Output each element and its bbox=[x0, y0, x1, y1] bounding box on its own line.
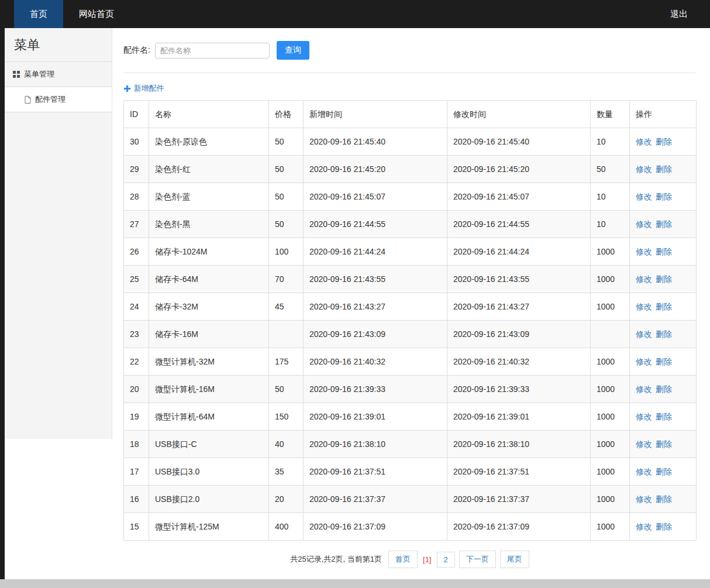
cell-id: 15 bbox=[124, 513, 149, 541]
cell-modified: 2020-09-16 21:40:32 bbox=[447, 348, 591, 376]
add-part-label: 新增配件 bbox=[134, 83, 164, 94]
cell-actions: 修改删除 bbox=[630, 348, 697, 376]
cell-modified: 2020-09-16 21:37:09 bbox=[447, 513, 591, 541]
edit-link[interactable]: 修改 bbox=[636, 439, 652, 449]
sidebar-group-menu-management[interactable]: 菜单管理 bbox=[5, 62, 112, 87]
cell-qty: 1000 bbox=[591, 348, 630, 376]
nav-spacer bbox=[130, 0, 648, 28]
edit-link[interactable]: 修改 bbox=[636, 467, 652, 476]
delete-link[interactable]: 删除 bbox=[656, 137, 672, 146]
delete-link[interactable]: 删除 bbox=[656, 384, 672, 394]
page-last-button[interactable]: 尾页 bbox=[500, 551, 529, 568]
cell-price bbox=[269, 321, 304, 348]
page-first-button[interactable]: 首页 bbox=[388, 551, 418, 568]
edit-link[interactable]: 修改 bbox=[636, 357, 652, 366]
nav-item-site-home-label: 网站首页 bbox=[79, 9, 114, 20]
sidebar-item-label: 配件管理 bbox=[35, 94, 66, 105]
cell-price: 45 bbox=[269, 293, 304, 321]
cell-id: 30 bbox=[124, 128, 149, 156]
cell-qty: 1000 bbox=[591, 403, 630, 431]
cell-actions: 修改删除 bbox=[630, 238, 697, 266]
cell-name: USB接口-C bbox=[149, 431, 269, 458]
edit-link[interactable]: 修改 bbox=[636, 412, 652, 421]
cell-actions: 修改删除 bbox=[630, 183, 697, 211]
cell-id: 22 bbox=[124, 348, 149, 376]
cell-created: 2020-09-16 21:45:40 bbox=[304, 128, 447, 156]
page-current-label: [1] bbox=[422, 555, 432, 564]
cell-qty bbox=[591, 321, 630, 348]
page-next-button[interactable]: 下一页 bbox=[459, 551, 496, 568]
search-button[interactable]: 查询 bbox=[277, 41, 309, 60]
cell-name: 储存卡-32M bbox=[149, 293, 269, 321]
sidebar-title: 菜单 bbox=[5, 28, 112, 62]
cell-price: 35 bbox=[269, 458, 304, 486]
table-row: 29染色剂-红502020-09-16 21:45:202020-09-16 2… bbox=[124, 156, 697, 183]
cell-actions: 修改删除 bbox=[630, 266, 697, 293]
table-row: 28染色剂-蓝502020-09-16 21:45:072020-09-16 2… bbox=[124, 183, 697, 211]
delete-link[interactable]: 删除 bbox=[656, 164, 672, 174]
cell-modified: 2020-09-16 21:45:07 bbox=[447, 183, 591, 211]
cell-modified: 2020-09-16 21:43:27 bbox=[447, 293, 591, 321]
table-row: 26储存卡-1024M1002020-09-16 21:44:242020-09… bbox=[124, 238, 697, 266]
header-created: 新增时间 bbox=[304, 101, 447, 128]
delete-link[interactable]: 删除 bbox=[656, 192, 672, 201]
nav-item-home[interactable]: 首页 bbox=[14, 0, 63, 28]
nav-item-site-home[interactable]: 网站首页 bbox=[63, 0, 130, 28]
table-row: 30染色剂-原谅色502020-09-16 21:45:402020-09-16… bbox=[124, 128, 697, 156]
cell-modified: 2020-09-16 21:39:33 bbox=[447, 376, 591, 403]
edit-link[interactable]: 修改 bbox=[636, 329, 652, 339]
delete-link[interactable]: 删除 bbox=[656, 494, 672, 504]
cell-modified: 2020-09-16 21:45:20 bbox=[447, 156, 591, 183]
edit-link[interactable]: 修改 bbox=[636, 274, 652, 284]
logout-button[interactable]: 退出 bbox=[648, 0, 710, 28]
delete-link[interactable]: 删除 bbox=[656, 302, 672, 311]
cell-modified: 2020-09-16 21:39:01 bbox=[447, 403, 591, 431]
edit-link[interactable]: 修改 bbox=[636, 192, 652, 201]
cell-qty: 1000 bbox=[591, 376, 630, 403]
cell-name: 储存卡-16M bbox=[149, 321, 269, 348]
cell-actions: 修改删除 bbox=[630, 513, 697, 541]
cell-price: 50 bbox=[269, 156, 304, 183]
delete-link[interactable]: 删除 bbox=[656, 219, 672, 229]
add-part-link[interactable]: ✚ 新增配件 bbox=[123, 83, 164, 94]
delete-link[interactable]: 删除 bbox=[656, 357, 672, 366]
delete-link[interactable]: 删除 bbox=[656, 467, 672, 476]
sidebar-item-parts-management[interactable]: 配件管理 bbox=[5, 87, 112, 112]
cell-modified: 2020-09-16 21:45:40 bbox=[447, 128, 591, 156]
cell-price: 70 bbox=[269, 266, 304, 293]
edit-link[interactable]: 修改 bbox=[636, 247, 652, 256]
cell-name: 储存卡-64M bbox=[149, 266, 269, 293]
cell-id: 27 bbox=[124, 211, 149, 238]
left-edge-strip bbox=[0, 28, 5, 579]
cell-price: 50 bbox=[269, 211, 304, 238]
edit-link[interactable]: 修改 bbox=[636, 302, 652, 311]
cell-actions: 修改删除 bbox=[630, 486, 697, 513]
cell-modified: 2020-09-16 21:38:10 bbox=[447, 431, 591, 458]
cell-actions: 修改删除 bbox=[630, 376, 697, 403]
table-row: 24储存卡-32M452020-09-16 21:43:272020-09-16… bbox=[124, 293, 697, 321]
edit-link[interactable]: 修改 bbox=[636, 164, 652, 174]
edit-link[interactable]: 修改 bbox=[636, 137, 652, 146]
delete-link[interactable]: 删除 bbox=[656, 522, 672, 531]
delete-link[interactable]: 删除 bbox=[656, 412, 672, 421]
edit-link[interactable]: 修改 bbox=[636, 494, 652, 504]
table-row: 23储存卡-16M2020-09-16 21:43:092020-09-16 2… bbox=[124, 321, 697, 348]
table-row: 20微型计算机-16M502020-09-16 21:39:332020-09-… bbox=[124, 376, 697, 403]
page-2-button[interactable]: 2 bbox=[437, 552, 455, 568]
edit-link[interactable]: 修改 bbox=[636, 384, 652, 394]
cell-actions: 修改删除 bbox=[630, 458, 697, 486]
delete-link[interactable]: 删除 bbox=[656, 329, 672, 339]
cell-qty: 10 bbox=[591, 183, 630, 211]
delete-link[interactable]: 删除 bbox=[656, 439, 672, 449]
delete-link[interactable]: 删除 bbox=[656, 274, 672, 284]
edit-link[interactable]: 修改 bbox=[636, 522, 652, 531]
cell-created: 2020-09-16 21:40:32 bbox=[304, 348, 447, 376]
table-row: 22微型计算机-32M1752020-09-16 21:40:322020-09… bbox=[124, 348, 697, 376]
delete-link[interactable]: 删除 bbox=[656, 247, 672, 256]
cell-modified: 2020-09-16 21:43:55 bbox=[447, 266, 591, 293]
cell-name: 染色剂-蓝 bbox=[149, 183, 269, 211]
cell-name: 染色剂-黑 bbox=[149, 211, 269, 238]
edit-link[interactable]: 修改 bbox=[636, 219, 652, 229]
table-row: 25储存卡-64M702020-09-16 21:43:552020-09-16… bbox=[124, 266, 697, 293]
part-name-input[interactable] bbox=[155, 43, 270, 59]
